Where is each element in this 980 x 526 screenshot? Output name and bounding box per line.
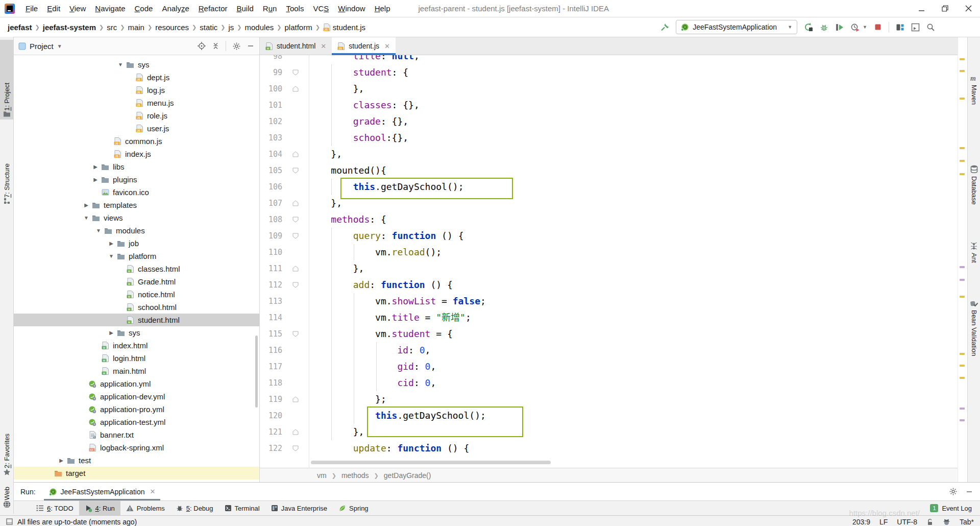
menu-item-build[interactable]: Build xyxy=(232,4,258,13)
code-line-100[interactable]: 100 }, xyxy=(260,81,958,97)
warning-stripe-mark[interactable] xyxy=(960,353,965,355)
locate-icon[interactable] xyxy=(198,42,206,50)
tree-item-libs[interactable]: ▶libs xyxy=(13,160,259,173)
tree-item-log-js[interactable]: JSlog.js xyxy=(13,84,259,97)
code-line-121[interactable]: 121 }, xyxy=(260,424,958,440)
tree-item-templates[interactable]: ▶templates xyxy=(13,199,259,211)
code-line-108[interactable]: 108 methods: { xyxy=(260,211,958,228)
tree-item-sys[interactable]: ▶sys xyxy=(13,326,259,339)
code-line-119[interactable]: 119 }; xyxy=(260,391,958,408)
tree-item-plugins[interactable]: ▶plugins xyxy=(13,173,259,186)
tree-item-logback-spring-xml[interactable]: <>logback-spring.xml xyxy=(13,441,259,454)
chevron-expanded-icon[interactable]: ▼ xyxy=(94,228,103,233)
tree-item-user-js[interactable]: JSuser.js xyxy=(13,122,259,135)
indent-mode[interactable]: Tab* xyxy=(960,518,974,526)
breadcrumb-item[interactable]: platform xyxy=(283,23,313,32)
chevron-down-icon[interactable]: ▼ xyxy=(863,25,867,30)
settings-icon[interactable] xyxy=(949,487,958,496)
code-line-99[interactable]: 99 student: { xyxy=(260,64,958,81)
editor-breadcrumb-item[interactable]: getDayGrade() xyxy=(384,471,431,480)
warning-stripe-mark[interactable] xyxy=(960,58,965,60)
tool-stripe-button-maven[interactable]: mMaven xyxy=(968,44,980,107)
chevron-expanded-icon[interactable]: ▼ xyxy=(116,62,125,67)
tree-item-application-yml[interactable]: application.yml xyxy=(13,377,259,390)
tree-item-job[interactable]: ▶job xyxy=(13,237,259,250)
editor-breadcrumb-item[interactable]: vm xyxy=(317,471,327,480)
code-line-109[interactable]: 109 query: function () { xyxy=(260,228,958,244)
build-hammer-icon[interactable] xyxy=(660,22,669,32)
collapse-all-icon[interactable] xyxy=(212,42,219,50)
code-line-113[interactable]: 113 vm.showList = false; xyxy=(260,293,958,309)
chevron-down-icon[interactable]: ▼ xyxy=(57,43,62,49)
toolwindow-icon[interactable] xyxy=(911,23,920,32)
breadcrumb-item[interactable]: main xyxy=(126,23,146,32)
tree-item-school-html[interactable]: Hschool.html xyxy=(13,301,259,314)
tree-item-student-html[interactable]: Hstudent.html xyxy=(13,314,259,326)
warning-stripe-mark[interactable] xyxy=(960,365,965,367)
tree-item-menu-js[interactable]: JSmenu.js xyxy=(13,97,259,109)
tree-item-role-js[interactable]: JSrole.js xyxy=(13,109,259,122)
restore-icon[interactable] xyxy=(933,0,957,17)
minimize-icon[interactable] xyxy=(910,0,933,17)
run-coverage-icon[interactable] xyxy=(835,23,844,32)
warning-stripe-mark[interactable] xyxy=(960,70,965,72)
inspections-hector-icon[interactable] xyxy=(943,518,950,525)
fold-marker-icon[interactable] xyxy=(282,233,309,239)
menu-item-file[interactable]: File xyxy=(21,4,42,13)
editor-error-stripe[interactable] xyxy=(958,37,967,482)
chevron-collapsed-icon[interactable]: ▶ xyxy=(107,241,116,246)
file-encoding[interactable]: UTF-8 xyxy=(897,518,917,526)
editor-hscrollbar[interactable] xyxy=(311,461,551,464)
breadcrumb-item[interactable]: JSstudent.js xyxy=(322,23,367,32)
fold-marker-icon[interactable] xyxy=(282,445,309,451)
tool-window-button-debug[interactable]: 5: Debug xyxy=(170,501,219,515)
tool-stripe-button-favorites[interactable]: 2: Favorites xyxy=(0,405,13,478)
rerun-icon[interactable] xyxy=(804,22,813,32)
chevron-collapsed-icon[interactable]: ▶ xyxy=(91,164,100,170)
breadcrumb-item[interactable]: jeefast xyxy=(6,23,34,32)
chevron-collapsed-icon[interactable]: ▶ xyxy=(82,202,91,208)
chevron-expanded-icon[interactable]: ▼ xyxy=(82,215,91,221)
chevron-collapsed-icon[interactable]: ▶ xyxy=(57,458,66,463)
fold-marker-icon[interactable] xyxy=(282,396,309,402)
fold-marker-icon[interactable] xyxy=(282,200,309,206)
frame-icon[interactable] xyxy=(6,518,13,525)
code-line-101[interactable]: 101 classes: {}, xyxy=(260,97,958,113)
hide-icon[interactable] xyxy=(247,42,254,50)
close-icon[interactable]: ✕ xyxy=(150,488,156,495)
editor-tab-student-js[interactable]: JSstudent.js✕ xyxy=(332,37,396,55)
menu-item-ze[interactable]: Analyze xyxy=(157,4,193,13)
close-icon[interactable] xyxy=(957,0,980,17)
menu-item-navigate[interactable]: Navigate xyxy=(90,4,130,13)
project-panel-title[interactable]: Project xyxy=(30,42,54,51)
tree-item-dept-js[interactable]: JSdept.js xyxy=(13,71,259,84)
warning-stripe-mark[interactable] xyxy=(960,147,965,149)
tool-window-button-spring[interactable]: Spring xyxy=(333,501,374,515)
tree-item-test[interactable]: ▶test xyxy=(13,454,259,467)
editor-tab-student-html[interactable]: Hstudent.html✕ xyxy=(260,37,332,55)
tool-stripe-button-ant[interactable]: Ant xyxy=(968,226,980,265)
menu-item-s[interactable]: VCS xyxy=(308,4,333,13)
tree-item-main-html[interactable]: Hmain.html xyxy=(13,365,259,377)
tool-window-button-terminal[interactable]: Terminal xyxy=(219,501,265,515)
code-line-102[interactable]: 102 grade: {}, xyxy=(260,113,958,130)
menu-item-un[interactable]: Run xyxy=(258,4,282,13)
menu-item-edit[interactable]: Edit xyxy=(42,4,65,13)
tree-item-views[interactable]: ▼views xyxy=(13,211,259,224)
tree-item-target[interactable]: target xyxy=(13,467,259,480)
breadcrumb-item[interactable]: static xyxy=(198,23,219,32)
tree-item-classes-html[interactable]: Hclasses.html xyxy=(13,262,259,275)
warning-stripe-mark[interactable] xyxy=(960,173,965,175)
menu-item-refactor[interactable]: Refactor xyxy=(194,4,232,13)
code-line-117[interactable]: 117 gid: 0, xyxy=(260,358,958,375)
line-separator[interactable]: LF xyxy=(879,518,888,526)
debug-icon[interactable] xyxy=(820,23,828,32)
fold-marker-icon[interactable] xyxy=(282,331,309,337)
stop-icon[interactable] xyxy=(874,23,882,31)
code-line-98[interactable]: 98 title: null, xyxy=(260,55,958,64)
breadcrumb-item[interactable]: src xyxy=(105,23,118,32)
search-everywhere-icon[interactable] xyxy=(926,23,935,32)
code-line-122[interactable]: 122 update: function () { xyxy=(260,440,958,457)
tool-stripe-button-web[interactable]: Web xyxy=(0,477,13,511)
menu-item-view[interactable]: View xyxy=(65,4,90,13)
